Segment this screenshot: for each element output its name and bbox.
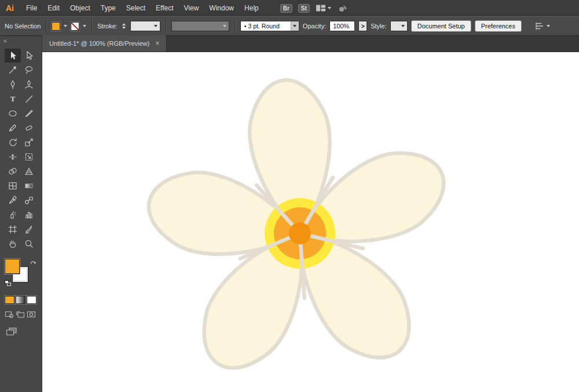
drawing-modes <box>5 311 42 318</box>
menu-view[interactable]: View <box>179 0 204 16</box>
app-logo: Ai <box>3 3 21 13</box>
align-options-button[interactable] <box>534 22 550 30</box>
flower-center-inner[interactable] <box>289 222 311 244</box>
bridge-button[interactable]: Br <box>280 4 292 13</box>
tab-bar: Untitled-1* @ 100% (RGB/Preview) × <box>42 36 579 52</box>
lasso-tool[interactable] <box>21 63 37 77</box>
pencil-icon <box>8 123 18 133</box>
shaper-tool[interactable] <box>21 121 37 135</box>
gradient-button[interactable] <box>16 296 25 304</box>
color-button[interactable] <box>5 296 14 304</box>
artboard-tool[interactable] <box>5 222 21 236</box>
hand-tool[interactable] <box>5 237 21 251</box>
zoom-icon <box>24 239 34 249</box>
type-tool[interactable]: T <box>5 92 21 106</box>
document-setup-button[interactable]: Document Setup <box>411 20 471 32</box>
opacity-flyout-button[interactable]: > <box>358 21 367 31</box>
menu-help[interactable]: Help <box>239 0 264 16</box>
document-tab[interactable]: Untitled-1* @ 100% (RGB/Preview) × <box>42 35 167 52</box>
free-transform-icon <box>24 152 34 162</box>
illustrator-window: Ai File Edit Object Type Select Effect V… <box>0 0 579 392</box>
swap-fill-stroke-icon[interactable] <box>30 259 37 266</box>
control-bar: No Selection Stroke: • 3 pt. Round Opaci… <box>0 16 579 36</box>
arrange-documents-button[interactable] <box>316 4 331 12</box>
close-tab-icon[interactable]: × <box>155 40 159 47</box>
scale-tool[interactable] <box>21 135 37 149</box>
blend-tool[interactable] <box>21 193 37 207</box>
menu-edit[interactable]: Edit <box>42 0 65 16</box>
line-segment-tool[interactable] <box>21 92 37 106</box>
menu-type[interactable]: Type <box>96 0 121 16</box>
magic-wand-tool[interactable] <box>5 63 21 77</box>
rotate-tool[interactable] <box>5 135 21 149</box>
eyedropper-tool[interactable] <box>5 193 21 207</box>
menu-bar: Ai File Edit Object Type Select Effect V… <box>0 0 579 16</box>
scale-icon <box>24 137 34 148</box>
fill-color-swatch[interactable] <box>52 22 60 31</box>
collapse-panel-button[interactable]: « <box>0 36 42 45</box>
variable-width-profile-combo[interactable] <box>171 21 229 31</box>
shape-builder-tool[interactable] <box>5 164 21 178</box>
symbol-sprayer-tool[interactable] <box>5 208 21 222</box>
gradient-tool[interactable] <box>21 179 37 193</box>
draw-behind-icon[interactable] <box>16 311 25 318</box>
brush-definition-combo[interactable]: • 3 pt. Round <box>240 21 299 31</box>
stroke-weight-stepper[interactable] <box>121 23 127 29</box>
stroke-swatch-chevron-icon[interactable] <box>83 25 86 27</box>
menu-window[interactable]: Window <box>204 0 239 16</box>
draw-inside-icon[interactable] <box>27 311 36 318</box>
selection-tool[interactable] <box>5 49 21 63</box>
chevron-down-icon <box>328 7 331 9</box>
opacity-field[interactable]: 100% <box>329 21 355 31</box>
stroke-color-swatch[interactable] <box>71 22 79 31</box>
style-combo[interactable] <box>390 21 408 31</box>
share-screen-icon[interactable] <box>337 3 349 13</box>
shaper-icon <box>24 123 34 133</box>
zoom-tool[interactable] <box>21 237 37 251</box>
slice-tool[interactable] <box>21 222 37 236</box>
mesh-icon <box>8 181 18 191</box>
fill-stroke-control <box>5 259 39 285</box>
menu-file[interactable]: File <box>21 0 42 16</box>
magic-wand-icon <box>8 65 18 75</box>
selection-icon <box>8 50 18 61</box>
direct-selection-tool[interactable] <box>21 49 37 63</box>
menu-object[interactable]: Object <box>65 0 96 16</box>
default-fill-stroke-icon[interactable] <box>5 280 13 287</box>
stock-button[interactable]: St <box>298 4 310 13</box>
width-tool[interactable] <box>5 150 21 164</box>
fill-swatch-chevron-icon[interactable] <box>64 25 67 27</box>
pencil-tool[interactable] <box>5 121 21 135</box>
paintbrush-tool[interactable] <box>21 107 37 120</box>
free-transform-tool[interactable] <box>21 150 37 164</box>
stroke-weight-combo[interactable] <box>130 21 160 31</box>
column-graph-tool[interactable] <box>21 208 37 222</box>
brush-preview-dot: • <box>244 23 247 30</box>
chevron-down-icon <box>401 25 405 27</box>
artboard-canvas[interactable] <box>42 52 579 392</box>
perspective-grid-tool[interactable] <box>21 164 37 178</box>
preferences-button[interactable]: Preferences <box>475 20 522 32</box>
menu-effect[interactable]: Effect <box>151 0 178 16</box>
mesh-tool[interactable] <box>5 179 21 193</box>
screen-mode-button[interactable] <box>6 327 42 339</box>
divider <box>166 20 166 32</box>
curvature-tool[interactable] <box>21 78 37 91</box>
menu-select[interactable]: Select <box>121 0 151 16</box>
chevron-down-icon <box>154 25 157 27</box>
none-button[interactable] <box>27 296 36 304</box>
fill-box[interactable] <box>5 259 20 274</box>
brush-combo-chevron[interactable] <box>291 21 299 31</box>
shape-builder-icon <box>8 166 18 177</box>
arrange-documents-icon <box>316 4 326 12</box>
direct-selection-icon <box>24 50 34 61</box>
divider <box>234 20 235 32</box>
color-mode-row <box>5 296 42 304</box>
blend-icon <box>24 195 34 206</box>
ellipse-tool[interactable] <box>5 107 21 120</box>
symbol-sprayer-icon <box>8 210 18 220</box>
draw-normal-icon[interactable] <box>5 311 14 318</box>
brush-name: 3 pt. Round <box>248 23 279 30</box>
artboard-icon <box>8 224 18 235</box>
pen-tool[interactable] <box>5 78 21 91</box>
